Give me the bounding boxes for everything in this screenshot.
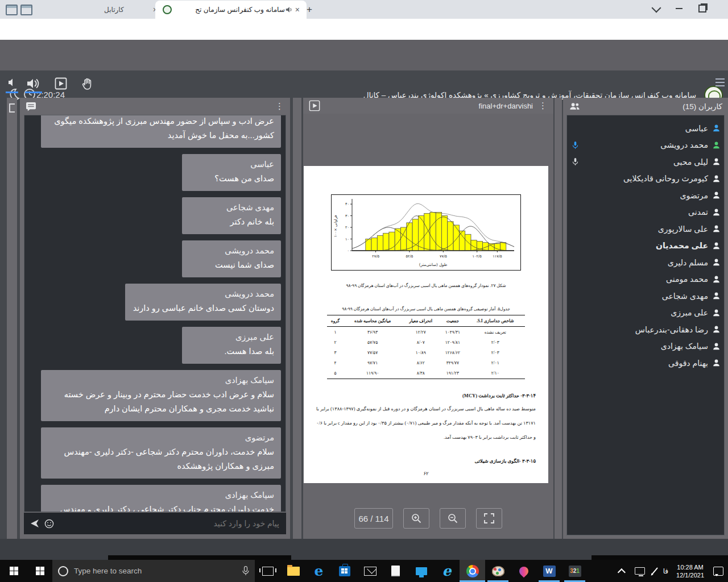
tab-audio-icon[interactable]	[285, 6, 293, 14]
participants-header: کاربران (15)	[563, 98, 728, 115]
participant-row[interactable]: بهنام دقوقی	[570, 355, 721, 372]
hamburger-menu-icon[interactable]	[715, 78, 725, 80]
new-tab-button[interactable]: +	[303, 3, 316, 17]
participant-row[interactable]: مهدی شجاعی	[570, 288, 721, 305]
participant-mic-icon[interactable]	[572, 141, 579, 149]
internet-explorer-icon[interactable]: e	[434, 560, 460, 582]
chat-message-sender: محمد درویشی	[189, 244, 274, 258]
participant-avatar-icon	[712, 275, 721, 284]
task-view-button[interactable]	[255, 560, 280, 582]
language-indicator[interactable]: فا	[663, 567, 668, 575]
chat-menu-dots[interactable]: ⋮	[275, 101, 284, 111]
table-cell: ۸/۳۸	[402, 368, 440, 379]
audio-device-icon[interactable]	[8, 77, 17, 88]
file-explorer-icon[interactable]	[280, 560, 306, 582]
table-header-cell: میانگین محاسبه شده	[344, 315, 402, 327]
participant-row[interactable]: عباسی	[570, 120, 721, 137]
participant-row[interactable]: محمد درویشی	[570, 137, 721, 154]
table-row: ۲/۰۳۱۲۰۹/۸۱۸/۰۷۵۷/۷۵۲	[327, 337, 525, 347]
collapsed-panel-strip[interactable]	[7, 98, 17, 539]
table-cell: ۱۲۰۹/۸۱	[440, 337, 465, 347]
participant-row[interactable]: مرتضوی	[570, 187, 721, 204]
media-play-icon[interactable]	[309, 100, 320, 111]
chat-message: علی مبرزیبله صدا هست.	[182, 327, 281, 364]
action-center-icon[interactable]	[713, 567, 723, 576]
speaker-icon[interactable]	[26, 77, 41, 90]
edge-icon[interactable]: e	[306, 560, 332, 582]
participant-mic-icon[interactable]	[572, 157, 579, 166]
participant-avatar-icon	[712, 258, 721, 267]
browser-tab-active[interactable]: سامانه وب کنفرانس سازمان تح ×	[155, 1, 307, 19]
table-cell: ۱۰۴۹/۳۱	[440, 327, 465, 338]
chat-panel: ⋮ عرض ادب و سپاس از حضور مهندس مبرزی از …	[20, 98, 290, 539]
chat-message: عباسیصدای من هست؟	[182, 154, 281, 191]
chrome-icon-active[interactable]	[460, 560, 485, 582]
browser-tab-kartabl[interactable]: کارتابل ×	[73, 0, 164, 19]
emoji-icon[interactable]	[44, 519, 54, 529]
table-row: تعریف نشده۱۰۴۹/۳۱۱۲/۲۷۳۶/۹۳۱	[327, 327, 525, 338]
participants-panel: کاربران (15) عباسیمحمد درویشیلیلی محبیکی…	[563, 98, 728, 539]
chat-message: مهدی شجاعیبله خانم دکتر	[182, 197, 281, 234]
chat-message-list[interactable]: عرض ادب و سپاس از حضور مهندس مبرزی از پژ…	[24, 115, 286, 512]
send-icon[interactable]	[30, 519, 40, 528]
participant-row[interactable]: محمد مومنی	[570, 271, 721, 288]
play-presentation-icon[interactable]	[55, 77, 67, 90]
maps-icon[interactable]	[511, 560, 536, 582]
search-mic-icon[interactable]	[242, 566, 249, 576]
raise-hand-icon[interactable]	[81, 77, 94, 91]
paint-icon[interactable]	[485, 560, 511, 582]
tab-close-icon[interactable]: ×	[293, 5, 302, 14]
participant-avatar-icon	[712, 191, 721, 199]
zoom-out-button[interactable]	[440, 508, 466, 529]
word-icon[interactable]: W	[536, 560, 562, 582]
participant-avatar-icon	[712, 225, 721, 233]
participant-row[interactable]: مسلم دلیری	[570, 254, 721, 271]
participant-row[interactable]: لیلی محبی	[570, 153, 721, 171]
chat-message-text: خدمت داوران محترم جناب دکتر شجاعی ، دکتر…	[48, 502, 274, 512]
table-cell: ۷۷/۵۷	[344, 347, 402, 357]
participant-row[interactable]: سیامک بهزادی	[570, 338, 721, 355]
table-cell: ۸/۶۲	[402, 358, 440, 368]
collapsed-panel-strip[interactable]	[555, 98, 562, 539]
participant-name: مرتضوی	[680, 191, 708, 200]
chat-message-input[interactable]	[54, 518, 280, 529]
tab-search-chevron-icon[interactable]	[652, 3, 661, 13]
table-cell: ۱۱۹/۹۰	[344, 368, 402, 379]
tray-pen-icon[interactable]	[654, 567, 655, 576]
participant-row[interactable]: علی مبرزی	[570, 305, 721, 322]
presentation-menu-dots[interactable]: ⋮	[539, 101, 548, 111]
minimize-button[interactable]	[676, 8, 682, 9]
document-app-icon[interactable]	[383, 560, 408, 582]
participant-row[interactable]: علی سالارپوری	[570, 221, 721, 238]
collapsed-panel-strip[interactable]	[293, 98, 301, 539]
restore-button[interactable]	[698, 5, 706, 13]
tab-title: کارتابل	[77, 6, 151, 14]
media-player-321-icon[interactable]: 321	[562, 560, 588, 582]
taskbar-clock[interactable]: 10:28 AM 12/1/2021	[676, 563, 704, 579]
participant-row[interactable]: کیومرث روحانی قادیکلایی	[570, 171, 721, 188]
participant-row[interactable]: تمدنی	[570, 204, 721, 221]
tray-expand-icon[interactable]	[620, 568, 626, 574]
chat-message-sender: علی مبرزی	[189, 330, 274, 344]
windows-app-icon[interactable]	[27, 560, 52, 582]
remote-desktop-icon[interactable]	[408, 560, 434, 582]
start-button[interactable]	[0, 560, 27, 582]
tray-network-icon[interactable]	[635, 567, 645, 575]
chat-message: عرض ادب و سپاس از حضور مهندس مبرزی از پژ…	[41, 115, 281, 148]
participant-row[interactable]: علی محمدیان	[570, 238, 721, 255]
fullscreen-button[interactable]	[476, 508, 502, 529]
table-header-cell: شاخص جداسازی S.I.	[466, 315, 525, 327]
participant-name: سیامک بهزادی	[661, 342, 708, 351]
table-header-cell: گروه	[327, 315, 344, 327]
document-heading: ۳-۳-۱۵ -الگوی بازسازی شیلاتی	[316, 458, 536, 464]
participants-list[interactable]: عباسیمحمد درویشیلیلی محبیکیومرث روحانی ق…	[566, 115, 725, 535]
table-cell: ۲	[327, 337, 344, 347]
microsoft-store-icon[interactable]	[332, 560, 357, 582]
mail-icon[interactable]	[357, 560, 383, 582]
participant-row[interactable]: رضا دهقانی-بندرعباس	[570, 321, 721, 338]
taskbar-search-box[interactable]: Type here to search	[52, 560, 255, 582]
chat-message: سیامک بهزادیسلام و عرض ادب خدمت حضار محت…	[41, 370, 281, 421]
table-cell: ۸/۰۷	[402, 337, 440, 347]
chat-panel-header: ⋮	[20, 98, 290, 115]
zoom-in-button[interactable]	[403, 508, 429, 529]
